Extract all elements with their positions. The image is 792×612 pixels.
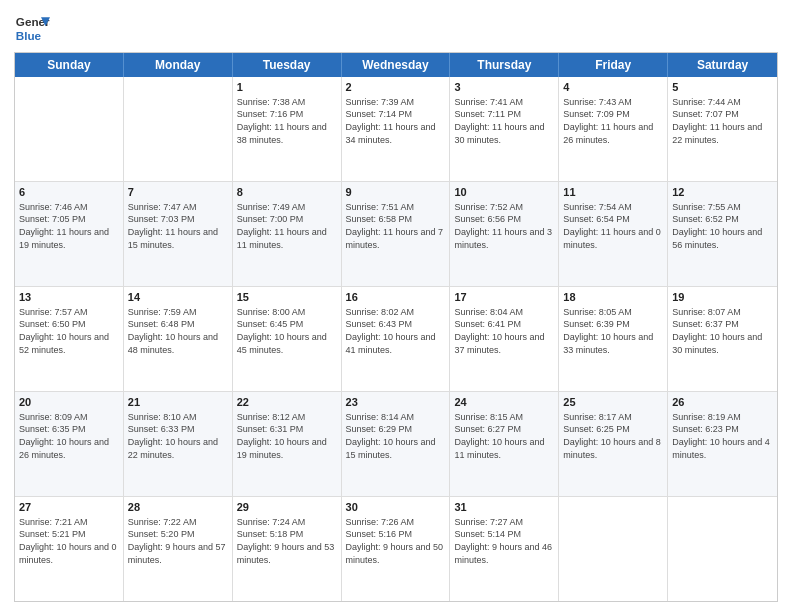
cal-cell: 2Sunrise: 7:39 AMSunset: 7:14 PMDaylight… <box>342 77 451 181</box>
cell-info: Sunrise: 8:09 AMSunset: 6:35 PMDaylight:… <box>19 411 119 461</box>
day-number: 8 <box>237 185 337 200</box>
logo: General Blue <box>14 10 50 46</box>
cell-info: Sunrise: 7:49 AMSunset: 7:00 PMDaylight:… <box>237 201 337 251</box>
cell-info: Sunrise: 7:21 AMSunset: 5:21 PMDaylight:… <box>19 516 119 566</box>
day-number: 2 <box>346 80 446 95</box>
day-number: 23 <box>346 395 446 410</box>
day-number: 12 <box>672 185 773 200</box>
cal-cell: 22Sunrise: 8:12 AMSunset: 6:31 PMDayligh… <box>233 392 342 496</box>
day-number: 11 <box>563 185 663 200</box>
cell-info: Sunrise: 7:38 AMSunset: 7:16 PMDaylight:… <box>237 96 337 146</box>
cal-cell <box>668 497 777 601</box>
day-number: 18 <box>563 290 663 305</box>
page: General Blue SundayMondayTuesdayWednesda… <box>0 0 792 612</box>
cal-cell: 28Sunrise: 7:22 AMSunset: 5:20 PMDayligh… <box>124 497 233 601</box>
cell-info: Sunrise: 7:26 AMSunset: 5:16 PMDaylight:… <box>346 516 446 566</box>
cal-cell: 4Sunrise: 7:43 AMSunset: 7:09 PMDaylight… <box>559 77 668 181</box>
day-number: 20 <box>19 395 119 410</box>
day-number: 7 <box>128 185 228 200</box>
cal-cell: 3Sunrise: 7:41 AMSunset: 7:11 PMDaylight… <box>450 77 559 181</box>
cell-info: Sunrise: 7:54 AMSunset: 6:54 PMDaylight:… <box>563 201 663 251</box>
day-number: 19 <box>672 290 773 305</box>
cell-info: Sunrise: 7:51 AMSunset: 6:58 PMDaylight:… <box>346 201 446 251</box>
cal-cell: 9Sunrise: 7:51 AMSunset: 6:58 PMDaylight… <box>342 182 451 286</box>
day-number: 29 <box>237 500 337 515</box>
day-number: 15 <box>237 290 337 305</box>
cell-info: Sunrise: 7:41 AMSunset: 7:11 PMDaylight:… <box>454 96 554 146</box>
day-header-monday: Monday <box>124 53 233 77</box>
day-number: 13 <box>19 290 119 305</box>
cal-cell: 17Sunrise: 8:04 AMSunset: 6:41 PMDayligh… <box>450 287 559 391</box>
day-number: 22 <box>237 395 337 410</box>
cal-cell: 7Sunrise: 7:47 AMSunset: 7:03 PMDaylight… <box>124 182 233 286</box>
cell-info: Sunrise: 7:59 AMSunset: 6:48 PMDaylight:… <box>128 306 228 356</box>
cell-info: Sunrise: 8:15 AMSunset: 6:27 PMDaylight:… <box>454 411 554 461</box>
cal-cell: 1Sunrise: 7:38 AMSunset: 7:16 PMDaylight… <box>233 77 342 181</box>
day-header-saturday: Saturday <box>668 53 777 77</box>
cell-info: Sunrise: 7:27 AMSunset: 5:14 PMDaylight:… <box>454 516 554 566</box>
day-number: 5 <box>672 80 773 95</box>
day-header-friday: Friday <box>559 53 668 77</box>
cell-info: Sunrise: 7:24 AMSunset: 5:18 PMDaylight:… <box>237 516 337 566</box>
week-row-5: 27Sunrise: 7:21 AMSunset: 5:21 PMDayligh… <box>15 496 777 601</box>
svg-text:Blue: Blue <box>16 29 42 42</box>
cell-info: Sunrise: 8:00 AMSunset: 6:45 PMDaylight:… <box>237 306 337 356</box>
day-number: 27 <box>19 500 119 515</box>
cell-info: Sunrise: 7:46 AMSunset: 7:05 PMDaylight:… <box>19 201 119 251</box>
cal-cell: 25Sunrise: 8:17 AMSunset: 6:25 PMDayligh… <box>559 392 668 496</box>
week-row-4: 20Sunrise: 8:09 AMSunset: 6:35 PMDayligh… <box>15 391 777 496</box>
cal-cell: 8Sunrise: 7:49 AMSunset: 7:00 PMDaylight… <box>233 182 342 286</box>
day-header-thursday: Thursday <box>450 53 559 77</box>
day-number: 16 <box>346 290 446 305</box>
cell-info: Sunrise: 7:44 AMSunset: 7:07 PMDaylight:… <box>672 96 773 146</box>
week-row-2: 6Sunrise: 7:46 AMSunset: 7:05 PMDaylight… <box>15 181 777 286</box>
cal-cell: 16Sunrise: 8:02 AMSunset: 6:43 PMDayligh… <box>342 287 451 391</box>
cal-cell: 6Sunrise: 7:46 AMSunset: 7:05 PMDaylight… <box>15 182 124 286</box>
day-number: 30 <box>346 500 446 515</box>
cal-cell: 31Sunrise: 7:27 AMSunset: 5:14 PMDayligh… <box>450 497 559 601</box>
cal-cell: 18Sunrise: 8:05 AMSunset: 6:39 PMDayligh… <box>559 287 668 391</box>
cal-cell: 30Sunrise: 7:26 AMSunset: 5:16 PMDayligh… <box>342 497 451 601</box>
cell-info: Sunrise: 7:22 AMSunset: 5:20 PMDaylight:… <box>128 516 228 566</box>
day-number: 17 <box>454 290 554 305</box>
cell-info: Sunrise: 8:07 AMSunset: 6:37 PMDaylight:… <box>672 306 773 356</box>
cal-cell: 15Sunrise: 8:00 AMSunset: 6:45 PMDayligh… <box>233 287 342 391</box>
cell-info: Sunrise: 7:55 AMSunset: 6:52 PMDaylight:… <box>672 201 773 251</box>
day-number: 14 <box>128 290 228 305</box>
cell-info: Sunrise: 8:04 AMSunset: 6:41 PMDaylight:… <box>454 306 554 356</box>
cal-cell: 19Sunrise: 8:07 AMSunset: 6:37 PMDayligh… <box>668 287 777 391</box>
day-number: 3 <box>454 80 554 95</box>
cal-cell: 11Sunrise: 7:54 AMSunset: 6:54 PMDayligh… <box>559 182 668 286</box>
day-number: 4 <box>563 80 663 95</box>
day-number: 31 <box>454 500 554 515</box>
week-row-3: 13Sunrise: 7:57 AMSunset: 6:50 PMDayligh… <box>15 286 777 391</box>
cell-info: Sunrise: 8:02 AMSunset: 6:43 PMDaylight:… <box>346 306 446 356</box>
header: General Blue <box>14 10 778 46</box>
cell-info: Sunrise: 7:47 AMSunset: 7:03 PMDaylight:… <box>128 201 228 251</box>
day-number: 21 <box>128 395 228 410</box>
cal-cell: 23Sunrise: 8:14 AMSunset: 6:29 PMDayligh… <box>342 392 451 496</box>
day-number: 9 <box>346 185 446 200</box>
day-number: 25 <box>563 395 663 410</box>
cell-info: Sunrise: 8:17 AMSunset: 6:25 PMDaylight:… <box>563 411 663 461</box>
cell-info: Sunrise: 8:05 AMSunset: 6:39 PMDaylight:… <box>563 306 663 356</box>
cal-cell: 10Sunrise: 7:52 AMSunset: 6:56 PMDayligh… <box>450 182 559 286</box>
cell-info: Sunrise: 7:52 AMSunset: 6:56 PMDaylight:… <box>454 201 554 251</box>
cal-cell: 29Sunrise: 7:24 AMSunset: 5:18 PMDayligh… <box>233 497 342 601</box>
cal-cell <box>124 77 233 181</box>
logo-icon: General Blue <box>14 10 50 46</box>
cal-cell: 20Sunrise: 8:09 AMSunset: 6:35 PMDayligh… <box>15 392 124 496</box>
day-number: 10 <box>454 185 554 200</box>
cal-cell: 12Sunrise: 7:55 AMSunset: 6:52 PMDayligh… <box>668 182 777 286</box>
cell-info: Sunrise: 7:39 AMSunset: 7:14 PMDaylight:… <box>346 96 446 146</box>
day-number: 6 <box>19 185 119 200</box>
calendar-body: 1Sunrise: 7:38 AMSunset: 7:16 PMDaylight… <box>15 77 777 601</box>
day-number: 1 <box>237 80 337 95</box>
calendar-header: SundayMondayTuesdayWednesdayThursdayFrid… <box>15 53 777 77</box>
cell-info: Sunrise: 7:57 AMSunset: 6:50 PMDaylight:… <box>19 306 119 356</box>
cell-info: Sunrise: 8:12 AMSunset: 6:31 PMDaylight:… <box>237 411 337 461</box>
cal-cell: 13Sunrise: 7:57 AMSunset: 6:50 PMDayligh… <box>15 287 124 391</box>
cell-info: Sunrise: 8:14 AMSunset: 6:29 PMDaylight:… <box>346 411 446 461</box>
day-number: 24 <box>454 395 554 410</box>
cell-info: Sunrise: 7:43 AMSunset: 7:09 PMDaylight:… <box>563 96 663 146</box>
